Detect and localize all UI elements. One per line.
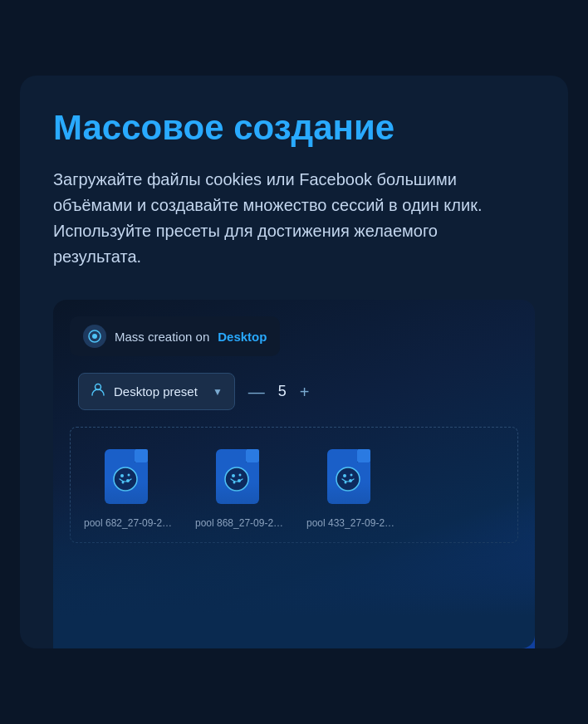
counter-minus-button[interactable]: —: [248, 384, 265, 400]
counter-value: 5: [278, 383, 287, 400]
svg-point-1: [92, 334, 97, 339]
file-name: pool 433_27-09-202...: [306, 517, 398, 529]
toolbar-icon: [83, 325, 106, 348]
svg-point-6: [120, 474, 124, 477]
controls-row: Desktop preset ▼ — 5 +: [78, 373, 518, 410]
files-drop-zone[interactable]: pool 682_27-09-202... pool 868_27-09-20.…: [70, 427, 518, 543]
chevron-down-icon: ▼: [213, 386, 223, 398]
file-name: pool 868_27-09-20...: [195, 517, 287, 529]
file-name: pool 682_27-09-202...: [84, 517, 175, 529]
toolbar-prefix: Mass creation on: [115, 330, 209, 344]
counter-plus-button[interactable]: +: [300, 384, 310, 400]
file-icon: [103, 448, 156, 511]
svg-point-16: [239, 474, 242, 477]
svg-point-23: [350, 474, 353, 477]
file-item[interactable]: pool 868_27-09-20...: [195, 448, 287, 529]
preset-selector[interactable]: Desktop preset ▼: [78, 373, 235, 410]
file-icon: [214, 448, 267, 511]
main-card: Массовое создание Загружайте файлы cooki…: [20, 76, 568, 648]
svg-rect-18: [357, 449, 370, 462]
toolbar-location: Desktop: [218, 330, 267, 344]
file-icon: [326, 448, 379, 511]
page-description: Загружайте файлы cookies или Facebook бо…: [53, 167, 518, 270]
svg-rect-4: [135, 449, 148, 462]
file-item[interactable]: pool 682_27-09-202...: [84, 448, 175, 529]
svg-point-13: [232, 474, 235, 477]
file-item[interactable]: pool 433_27-09-202...: [306, 448, 398, 529]
toolbar: Mass creation on Desktop: [70, 316, 280, 356]
svg-point-9: [128, 474, 130, 477]
svg-point-5: [114, 467, 137, 491]
svg-point-19: [336, 467, 360, 491]
svg-point-20: [343, 474, 346, 477]
counter: — 5 +: [248, 383, 310, 400]
demo-area: Mass creation on Desktop Desktop preset …: [53, 300, 535, 648]
svg-rect-11: [246, 449, 259, 462]
page-title: Массовое создание: [53, 109, 535, 147]
preset-icon: [91, 382, 105, 401]
preset-label: Desktop preset: [114, 384, 198, 399]
svg-point-12: [225, 467, 248, 491]
